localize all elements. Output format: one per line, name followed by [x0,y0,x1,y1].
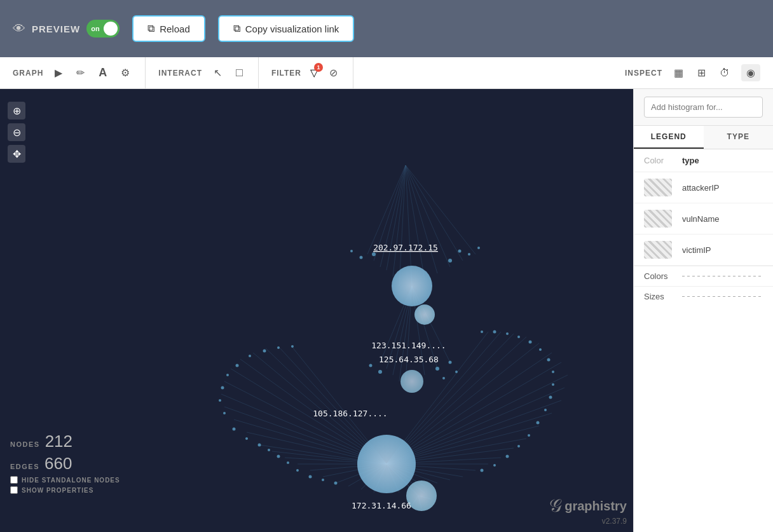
svg-point-74 [468,253,470,256]
target-icon[interactable]: ◉ [741,64,760,81]
svg-point-83 [245,437,248,440]
svg-line-10 [406,165,475,254]
svg-point-99 [277,455,280,458]
svg-point-77 [449,361,452,364]
svg-text:202.97.172.15: 202.97.172.15 [373,243,438,252]
graph-canvas[interactable]: ⊕ ⊖ ✥ [0,89,633,532]
svg-text:105.186.127....: 105.186.127.... [313,409,387,418]
svg-point-87 [221,386,224,390]
clock-icon[interactable]: ⏱ [717,65,732,81]
svg-point-91 [263,350,266,353]
interact-label: INTERACT [158,69,202,78]
svg-point-76 [435,367,439,371]
svg-point-119 [414,304,435,325]
svg-point-121 [357,435,416,493]
topbar: 👁 PREVIEW on ⧉ Reload ⧉ Copy visualizati… [0,0,773,57]
svg-point-116 [493,331,496,334]
svg-point-109 [552,383,554,386]
svg-point-98 [287,461,289,464]
toggle-on-text: on [88,25,99,32]
show-properties-checkbox[interactable] [10,486,18,494]
svg-point-81 [369,364,373,367]
show-properties-label: SHOW PROPERTIES [22,487,93,494]
cursor-icon[interactable]: ↖ [211,64,224,81]
colors-line [682,276,763,276]
svg-point-69 [372,252,376,256]
ban-icon[interactable]: ⊘ [327,64,340,81]
filter-badge[interactable]: ▽ 1 [310,67,318,79]
eye-icon: 👁 [13,22,25,36]
histogram-bar [634,89,773,126]
svg-text:123.151.149....: 123.151.149.... [371,341,446,350]
svg-point-110 [552,371,554,373]
victim-color-box [644,241,672,259]
svg-point-108 [549,396,552,399]
preview-toggle[interactable]: on [86,20,120,38]
svg-text:125.64.35.68: 125.64.35.68 [379,355,439,364]
graph-stats: NODES 212 EDGES 660 HIDE STANDALONE NODE… [10,432,120,494]
copy-link-button[interactable]: ⧉ Copy visualization link [218,15,355,42]
vuln-color-box [644,210,672,228]
svg-point-73 [458,250,462,253]
svg-point-70 [360,256,363,259]
attacker-type-label: attackerIP [682,183,763,193]
svg-point-118 [392,266,432,306]
filter-section: FILTER ▽ 1 ⊘ [259,57,353,88]
play-icon[interactable]: ▶ [52,64,65,81]
reload-label: Reload [160,24,190,34]
svg-point-107 [544,409,547,411]
legend-header: Color type [634,149,773,172]
victim-type-label: victimIP [682,245,763,255]
svg-point-84 [233,428,236,431]
filter-label: FILTER [271,69,301,78]
graphistry-logo: 𝒢 [548,496,561,517]
svg-point-115 [506,332,509,335]
svg-point-95 [322,479,324,481]
histogram-input[interactable] [644,97,763,118]
copy-icon: ⧉ [233,23,240,34]
table-icon[interactable]: ⊞ [695,64,708,81]
svg-point-106 [537,421,540,425]
vuln-type-label: vulnName [682,214,763,224]
hide-standalone-checkbox[interactable] [10,476,18,484]
svg-point-120 [400,370,423,393]
svg-point-92 [277,346,280,349]
svg-point-101 [481,469,484,472]
svg-point-71 [350,250,353,252]
svg-point-78 [455,371,458,373]
inspect-section: INSPECT ▦ ⊞ ⏱ ◉ [353,57,773,88]
inspect-label: INSPECT [625,69,662,78]
toggle-switch[interactable]: on [86,20,120,38]
sizes-footer-row: Sizes [634,286,773,306]
nodes-count: 212 [45,432,72,451]
svg-point-112 [539,348,542,351]
settings-icon[interactable]: ⚙ [118,64,132,81]
filter-count: 1 [314,63,323,72]
legend-row: attackerIP [634,172,773,203]
reload-button[interactable]: ⧉ Reload [132,15,205,42]
svg-text:172.31.14.66: 172.31.14.66 [352,501,411,510]
svg-point-80 [378,370,382,374]
edges-label: EDGES [10,463,39,470]
nodes-label: NODES [10,440,40,448]
text-icon[interactable]: A [96,64,109,82]
svg-point-72 [448,259,452,263]
graph-section: GRAPH ▶ ✏ A ⚙ [0,57,146,88]
type-tab[interactable]: TYPE [704,126,774,149]
svg-point-114 [517,336,520,338]
svg-point-113 [529,341,532,344]
legend-tab[interactable]: LEGEND [634,126,704,149]
toolbar: GRAPH ▶ ✏ A ⚙ INTERACT ↖ □ FILTER ▽ 1 ⊘ … [0,57,773,89]
bar-chart-icon[interactable]: ▦ [671,64,686,81]
reload-icon: ⧉ [147,23,154,34]
brush-icon[interactable]: ✏ [74,64,87,81]
square-icon[interactable]: □ [233,64,245,82]
color-column-header: Color [644,156,682,165]
svg-point-111 [547,358,551,362]
edges-count: 660 [44,454,72,474]
svg-line-3 [393,165,406,276]
svg-point-103 [506,455,509,458]
graphistry-name: graphistry [564,499,627,514]
toggle-knob [104,22,118,36]
svg-point-86 [219,399,221,402]
